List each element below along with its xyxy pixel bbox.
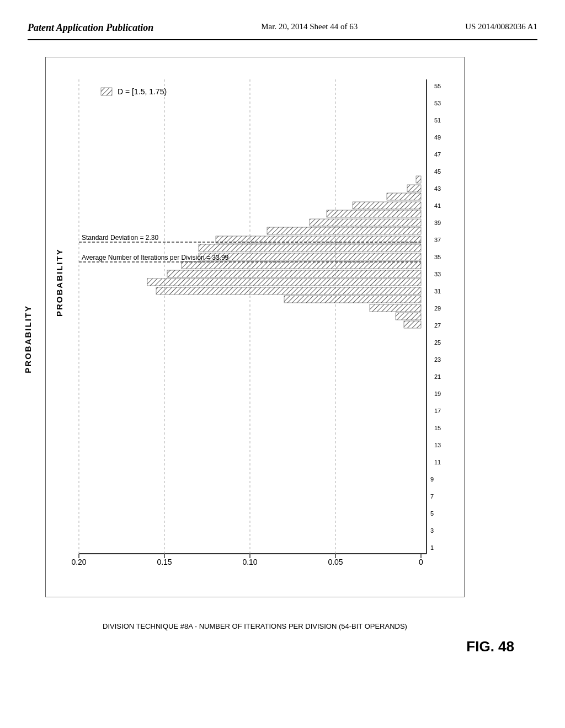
patent-number: US 2014/0082036 A1: [465, 22, 537, 31]
svg-text:45: 45: [434, 168, 441, 175]
svg-text:PROBABILITY: PROBABILITY: [55, 248, 64, 317]
svg-text:11: 11: [434, 459, 441, 465]
svg-text:55: 55: [434, 83, 441, 89]
svg-text:27: 27: [434, 322, 441, 329]
svg-text:0.05: 0.05: [328, 558, 343, 566]
svg-text:0.10: 0.10: [242, 558, 257, 566]
svg-rect-61: [387, 193, 421, 200]
svg-text:33: 33: [434, 271, 441, 277]
svg-text:Standard Deviation = 2.30: Standard Deviation = 2.30: [82, 234, 158, 242]
svg-text:0: 0: [419, 558, 423, 566]
svg-rect-58: [310, 219, 421, 226]
y-axis-label: PROBABILITY: [23, 305, 33, 373]
sheet-info: Mar. 20, 2014 Sheet 44 of 63: [261, 22, 358, 31]
svg-text:43: 43: [434, 185, 441, 192]
svg-rect-62: [407, 185, 421, 192]
svg-text:9: 9: [430, 476, 434, 483]
svg-rect-59: [327, 210, 421, 217]
svg-text:Average Number of Iterations p: Average Number of Iterations per Divisio…: [82, 254, 229, 261]
svg-text:0.20: 0.20: [71, 558, 86, 566]
svg-text:25: 25: [434, 339, 441, 346]
svg-text:49: 49: [434, 134, 441, 141]
svg-rect-49: [284, 296, 421, 303]
svg-text:21: 21: [434, 373, 441, 380]
svg-rect-52: [167, 270, 421, 277]
svg-text:15: 15: [434, 425, 441, 431]
svg-text:13: 13: [434, 442, 441, 448]
page-header: Patent Application Publication Mar. 20, …: [28, 22, 537, 40]
svg-rect-55: [199, 244, 421, 251]
chart-border: 0.20 0.15 0.10 0.05 0 P: [45, 57, 465, 597]
svg-rect-50: [156, 287, 421, 295]
svg-text:37: 37: [434, 237, 441, 243]
svg-text:19: 19: [434, 390, 441, 397]
svg-rect-46: [404, 321, 421, 328]
svg-text:7: 7: [430, 493, 434, 500]
svg-rect-48: [370, 304, 421, 312]
page: Patent Application Publication Mar. 20, …: [0, 0, 565, 728]
svg-text:47: 47: [434, 151, 441, 158]
svg-text:35: 35: [434, 254, 441, 260]
svg-text:31: 31: [434, 288, 441, 295]
chart-svg: 0.20 0.15 0.10 0.05 0 P: [46, 57, 465, 598]
svg-rect-51: [147, 279, 421, 286]
svg-text:17: 17: [434, 408, 441, 414]
svg-text:29: 29: [434, 305, 441, 312]
svg-text:1: 1: [430, 544, 434, 551]
svg-text:0.15: 0.15: [157, 558, 172, 566]
svg-text:23: 23: [434, 356, 441, 363]
x-axis-label: DIVISION TECHNIQUE #8A - NUMBER OF ITERA…: [45, 622, 465, 630]
svg-text:41: 41: [434, 202, 441, 209]
svg-rect-53: [182, 261, 421, 269]
svg-text:5: 5: [430, 510, 434, 517]
svg-text:53: 53: [434, 100, 441, 106]
svg-text:39: 39: [434, 220, 441, 226]
svg-rect-60: [353, 202, 421, 209]
svg-text:51: 51: [434, 117, 441, 124]
svg-rect-57: [267, 227, 421, 234]
svg-text:3: 3: [430, 527, 434, 534]
figure-label: FIG. 48: [466, 638, 514, 655]
svg-text:D = [1.5, 1.75): D = [1.5, 1.75): [118, 87, 167, 96]
svg-rect-47: [396, 313, 421, 320]
publication-title: Patent Application Publication: [28, 22, 153, 34]
svg-rect-68: [101, 88, 112, 95]
svg-rect-54: [199, 253, 421, 260]
svg-rect-63: [416, 176, 421, 183]
